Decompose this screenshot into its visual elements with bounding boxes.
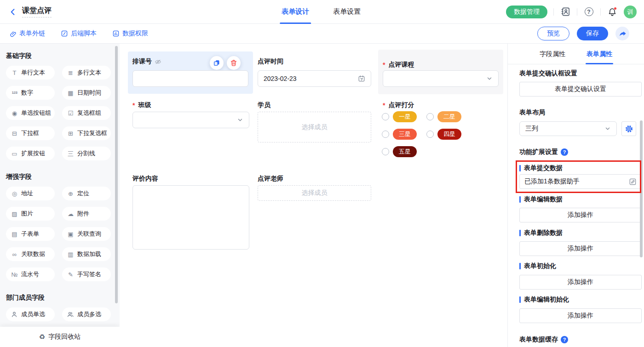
notification-bell-icon[interactable] xyxy=(607,6,618,17)
field-item-datetime[interactable]: ▦日期时间 xyxy=(62,86,111,100)
field-item-label: 成员单选 xyxy=(21,310,45,319)
back-button[interactable] xyxy=(7,6,18,17)
field-recycle-bin[interactable]: ♻ 字段回收站 xyxy=(0,327,120,347)
page-title[interactable]: 课堂点评 xyxy=(22,6,52,17)
field-item-label: 下拉框 xyxy=(21,129,39,137)
edit-init-add-button[interactable]: 添加操作 xyxy=(519,308,642,323)
submit-data-value-box[interactable]: 已添加1条数据助手 xyxy=(519,174,642,189)
submit-confirm-settings-button[interactable]: 表单提交确认设置 xyxy=(519,82,642,97)
backend-script-link[interactable]: 后端脚本 xyxy=(61,29,97,38)
header-right-cluster: 数据管理 ? 训 xyxy=(506,6,637,18)
field-item-label: 数字 xyxy=(21,89,33,97)
class-select[interactable] xyxy=(132,112,249,128)
help-icon[interactable]: ? xyxy=(583,6,594,17)
avatar[interactable]: 训 xyxy=(624,6,637,18)
share-arrow-icon xyxy=(619,30,627,38)
review-course-select[interactable] xyxy=(383,70,499,87)
data-manage-button[interactable]: 数据管理 xyxy=(506,6,547,18)
header-tabs: 表单设计 表单设置 xyxy=(282,0,361,24)
form-external-link[interactable]: 表单外链 xyxy=(9,29,45,38)
radio-circle-icon[interactable] xyxy=(426,113,434,120)
field-item-related-data[interactable]: ∞关联数据 xyxy=(6,247,55,261)
panel-scrollbar[interactable] xyxy=(640,120,643,257)
field-review-course-cell[interactable]: *点评课程 xyxy=(378,50,503,94)
field-item-single-line-text[interactable]: T单行文本 xyxy=(6,66,55,80)
edit-data-add-button[interactable]: 添加操作 xyxy=(519,208,642,222)
calendar-icon: ▦ xyxy=(67,90,74,96)
tab-field-properties[interactable]: 字段属性 xyxy=(540,44,565,64)
field-item-signature[interactable]: ✎手写签名 xyxy=(62,267,111,281)
save-button[interactable]: 保存 xyxy=(577,27,608,40)
field-label-row: 评价内容 xyxy=(132,174,158,183)
field-item-related-query[interactable]: ▣关联查询 xyxy=(62,227,111,241)
field-item-radio-group[interactable]: ◉单选按钮组 xyxy=(6,106,55,120)
field-item-member-multi[interactable]: 成员多选 xyxy=(62,307,111,321)
group-accent-bar xyxy=(519,196,521,203)
radio-circle-icon[interactable] xyxy=(382,148,389,155)
field-item-label: 多行文本 xyxy=(77,68,101,77)
field-item-divider[interactable]: 三分割线 xyxy=(62,147,111,160)
field-item-label: 单选按钮组 xyxy=(21,109,51,117)
field-schedule-number-cell[interactable]: 排课号 xyxy=(128,51,253,94)
data-cache-title: 表单数据缓存 xyxy=(519,336,558,344)
delete-field-button[interactable] xyxy=(227,56,241,70)
radio-option-one-star[interactable]: 一星 xyxy=(382,111,426,122)
serial-number-icon: № xyxy=(11,272,18,278)
field-item-member-single[interactable]: 成员单选 xyxy=(6,307,55,321)
layout-settings-button[interactable] xyxy=(621,121,636,136)
schedule-number-input[interactable] xyxy=(132,70,248,87)
review-score-options: 一星 二星 三星 四星 五星 xyxy=(382,111,461,157)
review-content-textarea[interactable] xyxy=(132,185,249,250)
delete-data-add-button[interactable]: 添加操作 xyxy=(519,241,642,256)
script-icon xyxy=(61,30,68,37)
edit-icon[interactable] xyxy=(629,178,637,186)
field-label: 点评时间 xyxy=(258,57,283,66)
chevron-down-icon xyxy=(604,125,611,132)
field-label-row: *班级 xyxy=(132,101,151,110)
student-member-picker[interactable]: 选择成员 xyxy=(258,112,371,142)
notification-badge xyxy=(614,7,617,10)
field-item-subform[interactable]: ▤子表单 xyxy=(6,227,55,241)
field-item-address[interactable]: ◎地址 xyxy=(6,187,55,200)
radio-circle-icon[interactable] xyxy=(382,113,389,120)
radio-option-five-star[interactable]: 五星 xyxy=(382,146,426,157)
field-item-extend-button[interactable]: ▭扩展按钮 xyxy=(6,147,55,160)
group-accent-bar xyxy=(519,296,521,303)
field-label: 点评老师 xyxy=(258,175,283,183)
field-item-data-load[interactable]: ▥数据加载 xyxy=(62,247,111,261)
tab-form-properties[interactable]: 表单属性 xyxy=(586,44,612,64)
radio-circle-icon[interactable] xyxy=(382,131,389,138)
tab-form-settings[interactable]: 表单设置 xyxy=(333,0,361,24)
extension-help-icon[interactable]: ? xyxy=(561,148,568,156)
contact-book-icon[interactable] xyxy=(560,6,571,17)
cache-help-icon[interactable]: ? xyxy=(561,336,568,343)
radio-option-two-star[interactable]: 二星 xyxy=(426,111,461,122)
teacher-member-picker[interactable]: 选择成员 xyxy=(258,185,371,201)
share-button[interactable] xyxy=(615,27,629,40)
field-item-checkbox-group[interactable]: ☑复选框组 xyxy=(62,106,111,120)
tab-form-design[interactable]: 表单设计 xyxy=(282,0,309,24)
group-submit-data: 表单提交数据 xyxy=(519,164,642,173)
sidebar-scrollbar[interactable] xyxy=(115,46,118,303)
field-item-multi-line-text[interactable]: ≣多行文本 xyxy=(62,66,111,80)
preview-button[interactable]: 预览 xyxy=(537,27,569,40)
field-label-row: *点评打分 xyxy=(383,101,414,110)
recycle-bin-label: 字段回收站 xyxy=(48,333,80,341)
field-item-dropdown[interactable]: ⊟下拉框 xyxy=(6,126,55,140)
image-icon: ▨ xyxy=(11,211,18,217)
field-item-image[interactable]: ▨图片 xyxy=(6,207,55,221)
basic-fields-grid: T单行文本 ≣多行文本 123数字 ▦日期时间 ◉单选按钮组 ☑复选框组 ⊟下拉… xyxy=(6,66,111,160)
radio-option-four-star[interactable]: 四星 xyxy=(426,128,461,140)
copy-field-button[interactable] xyxy=(210,56,224,70)
layout-select[interactable]: 三列 xyxy=(519,121,617,136)
radio-circle-icon[interactable] xyxy=(426,131,434,138)
radio-option-three-star[interactable]: 三星 xyxy=(382,128,426,140)
review-time-date-input[interactable]: 2023-02-23 xyxy=(258,70,371,87)
data-permission-link[interactable]: 数据权限 xyxy=(112,29,148,38)
field-item-number[interactable]: 123数字 xyxy=(6,86,55,100)
field-item-serial-number[interactable]: №流水号 xyxy=(6,267,55,281)
field-item-multi-dropdown[interactable]: ⊞下拉复选框 xyxy=(62,126,111,140)
field-item-location[interactable]: ⊕定位 xyxy=(62,187,111,200)
form-init-add-button[interactable]: 添加操作 xyxy=(519,275,642,290)
field-item-attachment[interactable]: ☁附件 xyxy=(62,207,111,221)
